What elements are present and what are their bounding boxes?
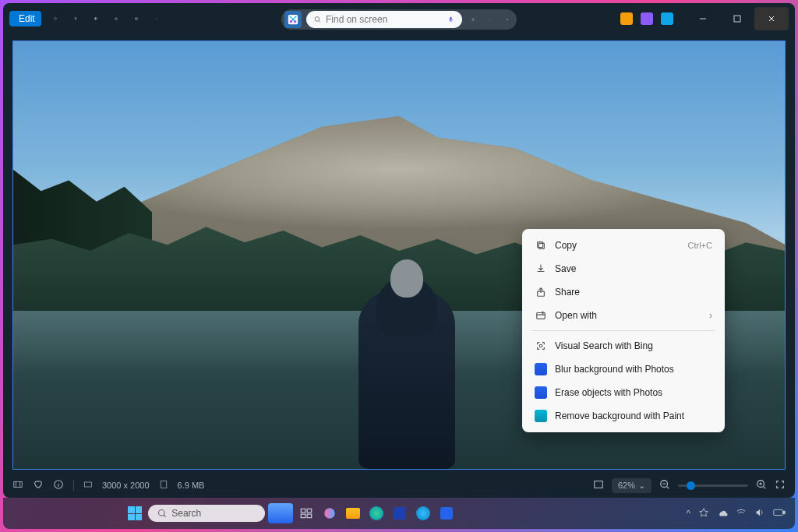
file-explorer-icon[interactable] [343,503,363,523]
svg-point-22 [539,344,542,347]
svg-rect-18 [538,243,544,248]
taskbar-app-5[interactable] [413,503,433,523]
find-on-screen-input[interactable] [306,11,462,28]
svg-rect-23 [14,482,23,488]
svg-rect-37 [783,511,785,514]
svg-rect-26 [161,481,167,488]
minimize-button[interactable] [686,7,720,30]
edit-button-label: Edit [19,13,35,24]
filmstrip-icon[interactable] [12,479,23,491]
context-menu-save[interactable]: Save [527,257,720,280]
search-icon [314,15,321,24]
more-search-icon[interactable] [484,13,496,26]
svg-rect-14 [450,17,451,21]
close-button[interactable] [754,7,789,30]
taskbar-search-placeholder: Search [171,508,201,519]
snipping-tool-icon [284,11,302,28]
svg-point-7 [156,19,157,19]
status-bar: 3000 x 2000 6.9 MB 62% ⌄ [3,473,795,498]
copy-icon [535,239,547,252]
photos-taskbar-icon[interactable] [436,503,457,523]
tray-battery-icon[interactable] [773,507,786,520]
svg-rect-36 [774,509,783,515]
slideshow-icon[interactable] [130,12,143,25]
search-icon [157,509,167,518]
photos-app-window: Edit [3,3,795,498]
svg-point-6 [155,19,156,19]
maximize-button[interactable] [720,7,754,30]
filesize-icon [159,480,168,491]
dimensions-icon [83,480,93,491]
info-icon[interactable] [53,479,64,491]
photos-app-icon [535,363,547,375]
svg-rect-21 [537,313,546,319]
fullscreen-icon[interactable] [775,479,786,491]
context-menu-copy[interactable]: Copy Ctrl+C [527,234,720,257]
svg-rect-3 [95,19,97,20]
taskbar-app-1[interactable] [268,503,293,523]
screen-search-bar [281,9,517,30]
more-icon[interactable] [150,12,163,25]
context-menu-open-with[interactable]: Open with › [527,304,720,327]
context-menu-share[interactable]: Share [527,280,720,304]
find-on-screen-field[interactable] [326,14,443,25]
edge-icon[interactable] [366,503,387,523]
app-shortcut-2[interactable] [641,12,653,25]
svg-point-13 [315,17,320,22]
share-icon[interactable] [110,12,122,25]
delete-icon[interactable] [69,12,82,25]
tray-wifi-icon[interactable] [736,507,747,520]
close-search-icon[interactable] [501,13,514,26]
save-icon [535,262,547,275]
svg-rect-19 [538,242,543,248]
context-menu-remove-bg[interactable]: Remove background with Paint [527,404,720,428]
tray-icon-1[interactable] [698,507,709,520]
svg-point-30 [159,510,165,516]
favorite-icon[interactable] [33,479,44,491]
store-icon[interactable] [390,503,410,523]
context-menu-blur-bg[interactable]: Blur background with Photos [527,358,720,381]
svg-rect-27 [595,481,603,488]
svg-rect-32 [307,509,312,513]
zoom-slider[interactable] [678,484,748,487]
windows-taskbar: Search ^ [3,498,795,529]
zoom-level-dropdown[interactable]: 62% ⌄ [612,478,651,493]
app-shortcut-1[interactable] [620,12,633,25]
svg-point-35 [325,508,336,519]
edit-button[interactable]: Edit [9,11,41,26]
task-view-icon[interactable] [296,503,316,523]
start-button[interactable] [125,503,145,523]
zoom-out-icon[interactable] [659,479,670,491]
open-with-icon [535,309,547,322]
image-dimensions: 3000 x 2000 [102,481,150,490]
app-shortcut-3[interactable] [661,12,673,25]
zoom-in-icon[interactable] [756,479,767,491]
svg-point-16 [490,19,491,20]
svg-rect-31 [302,509,306,513]
context-menu-erase-objects[interactable]: Erase objects with Photos [527,381,720,404]
svg-rect-33 [302,514,306,518]
context-menu-separator [531,330,715,331]
svg-rect-34 [307,514,312,518]
svg-rect-2 [95,18,97,19]
context-menu: Copy Ctrl+C Save Share Open with › Visua… [522,229,725,432]
paint-app-icon [535,410,547,422]
visual-search-icon [535,340,547,352]
rotate-icon[interactable] [49,12,62,25]
chevron-right-icon: › [709,310,712,321]
tray-volume-icon[interactable] [754,507,765,520]
taskbar-search[interactable]: Search [148,505,265,522]
system-tray[interactable]: ^ [687,507,786,520]
tray-onedrive-icon[interactable] [717,507,728,520]
copilot-icon[interactable] [467,13,479,26]
image-filesize: 6.9 MB [178,481,205,490]
copilot-taskbar-icon[interactable] [320,503,340,523]
fit-to-window-icon[interactable] [593,479,604,491]
tray-chevron-icon[interactable]: ^ [687,509,690,518]
svg-rect-25 [85,482,92,487]
print-icon[interactable] [90,12,102,25]
chevron-down-icon: ⌄ [638,481,645,491]
mic-icon[interactable] [447,15,454,24]
context-menu-visual-search[interactable]: Visual Search with Bing [527,334,720,358]
photos-app-icon [535,386,547,399]
